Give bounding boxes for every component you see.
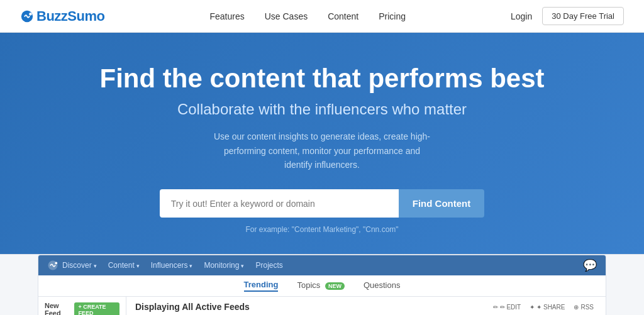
edit-icon: ✏ [493,304,498,311]
app-preview-inner: Discover▾ Content▾ Influencers▾ Monitori… [38,255,606,315]
app-logo-icon [47,260,58,271]
app-topbar: Discover▾ Content▾ Influencers▾ Monitori… [38,255,606,275]
nav-actions: Login 30 Day Free Trial [511,7,624,25]
app-nav-discover[interactable]: Discover▾ [62,261,97,270]
app-preview: Discover▾ Content▾ Influencers▾ Monitori… [0,254,644,315]
navbar: BuzzSumo Features Use Cases Content Pric… [0,0,644,33]
hero-section: Find the content that performs best Coll… [0,33,644,254]
app-tabs: Trending Topics NEW Questions [38,275,606,297]
nav-features[interactable]: Features [209,11,244,21]
nav-pricing[interactable]: Pricing [379,11,406,21]
rss-icon: ⊕ [574,304,579,311]
app-nav-influencers[interactable]: Influencers▾ [151,261,193,270]
search-example: For example: "Content Marketing", "Cnn.c… [20,225,624,234]
app-topbar-right: 💬 [583,258,597,272]
edit-action[interactable]: ✏ ✏ EDIT [493,304,521,311]
app-main-actions: ✏ ✏ EDIT ✦ ✦ SHARE ⊕ RSS [493,304,594,311]
app-topbar-nav: Discover▾ Content▾ Influencers▾ Monitori… [62,261,283,270]
search-bar: Find Content [20,189,624,218]
app-sidebar: New Feed + CREATE FEED Trending Feeds MA… [38,297,126,315]
hero-description: Use our content insights to generate ide… [209,130,435,172]
hero-title: Find the content that performs best [20,64,624,93]
topics-badge: NEW [325,282,345,290]
app-nav-projects[interactable]: Projects [255,261,282,270]
buzzsumo-logo-icon [20,9,34,23]
app-nav-monitoring[interactable]: Monitoring▾ [204,261,244,270]
hero-subtitle: Collaborate with the influencers who mat… [20,101,624,118]
find-content-button[interactable]: Find Content [399,189,484,218]
share-icon: ✦ [530,304,535,311]
tab-trending[interactable]: Trending [244,280,279,292]
search-input[interactable] [160,189,399,218]
logo-text: BuzzSumo [36,8,104,25]
tab-topics[interactable]: Topics NEW [297,280,344,291]
nav-content[interactable]: Content [328,11,358,21]
svg-point-3 [55,262,57,265]
tab-questions[interactable]: Questions [364,280,401,291]
chat-icon: 💬 [583,259,597,272]
app-content: New Feed + CREATE FEED Trending Feeds MA… [38,297,606,315]
trial-button[interactable]: 30 Day Free Trial [542,7,624,25]
app-nav-content[interactable]: Content▾ [108,261,140,270]
nav-use-cases[interactable]: Use Cases [265,11,308,21]
svg-point-1 [29,13,32,16]
login-button[interactable]: Login [511,11,532,21]
new-feed-label: New Feed [45,302,72,315]
rss-action[interactable]: ⊕ RSS [574,304,594,311]
nav-links: Features Use Cases Content Pricing [209,11,406,22]
app-topbar-left: Discover▾ Content▾ Influencers▾ Monitori… [47,260,283,271]
logo[interactable]: BuzzSumo [20,8,104,25]
share-action[interactable]: ✦ ✦ SHARE [530,304,565,311]
create-feed-button[interactable]: + CREATE FEED [74,302,119,315]
